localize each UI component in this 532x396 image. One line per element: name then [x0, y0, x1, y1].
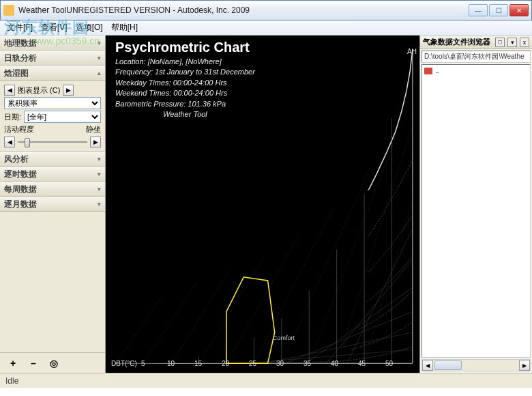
y-axis-label: AH — [407, 48, 417, 55]
menu-file[interactable]: 文件[F] — [3, 22, 37, 33]
browser-path-field[interactable]: D:\tools\桌面\河东软件园\Weathe — [422, 51, 531, 63]
panel-psychro[interactable]: 焓湿图 — [0, 66, 105, 81]
panel-sunpath[interactable]: 日轨分析 — [0, 51, 105, 66]
xtick: 40 — [331, 360, 338, 367]
xtick: 25 — [249, 360, 256, 367]
fit-view-button[interactable]: ◎ — [46, 356, 61, 371]
sidebar-toolbar: + – ◎ — [0, 352, 105, 373]
panel-wind[interactable]: 风分析 — [0, 152, 105, 167]
activity-slider[interactable] — [18, 136, 87, 148]
workspace: 地理数据 日轨分析 焓湿图 ◀ 图表显示 (C) ▶ 累积频率 日期: [全年]… — [0, 36, 532, 373]
activity-value: 静坐 — [86, 124, 101, 135]
chart-canvas[interactable]: Psychrometric Chart Location: [NoName], … — [106, 36, 419, 373]
file-browser-pane: 气象数据文件浏览器 □ ▾ x D:\tools\桌面\河东软件园\Weathe… — [419, 36, 532, 373]
chart-header: Psychrometric Chart Location: [NoName], … — [115, 40, 255, 119]
xtick: 35 — [304, 360, 311, 367]
xtick: 10 — [167, 360, 175, 367]
close-button[interactable]: ✕ — [509, 4, 529, 16]
folder-up-icon — [424, 68, 432, 74]
x-axis-label: DBT(°C) — [111, 360, 137, 367]
comfort-zone-label: Comfort — [273, 335, 295, 341]
sidebar-spacer — [0, 212, 105, 352]
xtick: 30 — [276, 360, 284, 367]
date-select[interactable]: [全年] — [24, 111, 101, 123]
chart-location: Location: [NoName], [NoWhere] — [115, 57, 255, 67]
xtick: 15 — [194, 360, 202, 367]
browser-menu-button[interactable]: ▾ — [507, 38, 517, 47]
list-item-label: .. — [435, 67, 439, 74]
status-text: Idle — [5, 376, 18, 386]
chart-next-button[interactable]: ▶ — [63, 85, 74, 96]
zoom-out-button[interactable]: – — [26, 356, 41, 371]
file-browser-title: 气象数据文件浏览器 — [423, 37, 492, 47]
maximize-button[interactable]: ☐ — [489, 4, 508, 16]
list-item[interactable]: .. — [424, 66, 529, 75]
browser-h-scrollbar[interactable]: ◀ ▶ — [422, 359, 531, 371]
zoom-in-button[interactable]: + — [5, 356, 20, 371]
xtick: 20 — [222, 360, 229, 367]
panel-psychro-body: ◀ 图表显示 (C) ▶ 累积频率 日期: [全年] 活动程度 静坐 ◀ — [0, 81, 105, 152]
app-icon — [3, 5, 14, 16]
menu-options[interactable]: 选项[O] — [72, 22, 107, 33]
activity-label: 活动程度 — [4, 124, 34, 135]
panel-weekly[interactable]: 每周数据 — [0, 182, 105, 197]
scroll-thumb[interactable] — [434, 360, 462, 370]
panel-hourly[interactable]: 逐时数据 — [0, 167, 105, 182]
activity-inc-button[interactable]: ▶ — [90, 137, 101, 147]
minimize-button[interactable]: — — [469, 4, 488, 16]
chart-display-label: 图表显示 (C) — [18, 85, 60, 96]
chart-toolname: Weather Tool — [115, 109, 255, 119]
menu-bar: 文件[F] 查看[V] 选项[O] 帮助[H] — [0, 20, 532, 36]
chart-weekday: Weekday Times: 00:00-24:00 Hrs — [115, 78, 255, 88]
window-title: Weather ToolUNREGISTERED VERSION - Autod… — [18, 5, 469, 15]
xtick: 5 — [141, 360, 145, 367]
scroll-left-button[interactable]: ◀ — [422, 360, 433, 371]
panel-geo-data[interactable]: 地理数据 — [0, 36, 105, 51]
file-browser-header: 气象数据文件浏览器 □ ▾ x — [420, 36, 532, 49]
overlay-select[interactable]: 累积频率 — [4, 97, 101, 109]
browser-pin-button[interactable]: □ — [495, 38, 505, 47]
menu-view[interactable]: 查看[V] — [37, 22, 72, 33]
chart-prev-button[interactable]: ◀ — [4, 85, 15, 96]
chart-title-text: Psychrometric Chart — [115, 40, 255, 55]
activity-dec-button[interactable]: ◀ — [4, 137, 15, 147]
chart-weekend: Weekend Times: 00:00-24:00 Hrs — [115, 88, 255, 98]
status-bar: Idle — [0, 373, 532, 388]
chart-pressure: Barometric Pressure: 101.36 kPa — [115, 99, 255, 109]
window-controls: — ☐ ✕ — [469, 4, 529, 16]
chart-frequency: Frequency: 1st January to 31st December — [115, 67, 255, 77]
menu-help[interactable]: 帮助[H] — [107, 22, 142, 33]
panel-monthly[interactable]: 逐月数据 — [0, 197, 105, 212]
xtick: 45 — [358, 360, 366, 367]
xtick: 50 — [385, 360, 393, 367]
date-label: 日期: — [4, 112, 21, 122]
browser-close-button[interactable]: x — [520, 38, 529, 47]
scroll-right-button[interactable]: ▶ — [519, 360, 530, 371]
window-titlebar: Weather ToolUNREGISTERED VERSION - Autod… — [0, 0, 532, 20]
left-sidebar: 地理数据 日轨分析 焓湿图 ◀ 图表显示 (C) ▶ 累积频率 日期: [全年]… — [0, 36, 106, 373]
browser-file-list[interactable]: .. — [422, 64, 531, 358]
